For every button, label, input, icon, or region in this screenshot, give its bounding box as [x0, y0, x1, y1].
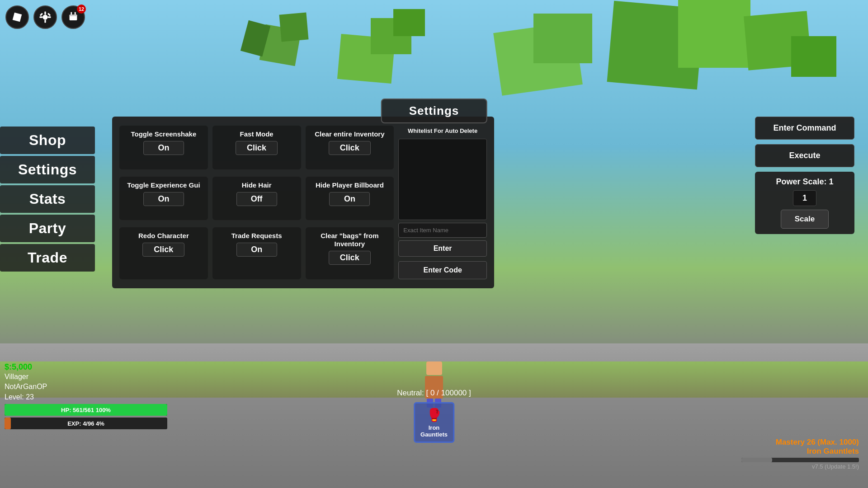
setting-clear-bags: Clear "bags" from Inventory Click — [306, 227, 394, 279]
scale-button[interactable]: Scale — [781, 210, 829, 229]
settings-title: Settings — [381, 99, 487, 123]
setting-label-screenshake: Toggle Screenshake — [131, 130, 196, 138]
whitelist-title: Whitelist For Auto Delete — [398, 126, 487, 136]
setting-value-expgui[interactable]: On — [143, 192, 184, 206]
setting-fast-mode: Fast Mode Click — [212, 126, 301, 169]
sidebar-item-trade[interactable]: Trade — [0, 244, 95, 272]
player-level: Level: 23 — [5, 392, 167, 402]
enter-code-button[interactable]: Enter Code — [398, 261, 487, 279]
exp-bar-fill — [5, 418, 11, 429]
setting-label-fastmode: Fast Mode — [240, 130, 274, 138]
mastery-bar-fill — [741, 458, 772, 462]
setting-label-clearbags: Clear "bags" from Inventory — [309, 232, 391, 248]
neutral-text: Neutral: [ 0 / 100000 ] — [397, 389, 471, 398]
hp-bar-background: HP: 561/561 100% — [5, 404, 167, 416]
setting-label-clearinv: Clear entire Inventory — [315, 130, 384, 138]
svg-point-1 — [42, 14, 47, 19]
exp-bar-background: EXP: 4/96 4% — [5, 418, 167, 429]
setting-value-clearbags[interactable]: Click — [329, 251, 371, 265]
tree-block — [791, 36, 836, 77]
setting-value-clearinv[interactable]: Click — [329, 141, 371, 155]
svg-rect-2 — [44, 11, 46, 14]
enter-command-button[interactable]: Enter Command — [755, 117, 854, 140]
sidebar-item-settings[interactable]: Settings — [0, 156, 95, 183]
exp-bar-label: EXP: 4/96 4% — [67, 420, 104, 427]
roblox-logo-icon — [11, 11, 24, 23]
player-name: NotArGanOP — [5, 382, 167, 392]
sidebar-nav: Shop Settings Stats Party Trade — [0, 127, 95, 272]
svg-rect-7 — [47, 13, 51, 16]
setting-clear-inventory: Clear entire Inventory Click — [306, 126, 394, 169]
sidebar-item-party[interactable]: Party — [0, 215, 95, 242]
tree-block — [393, 9, 425, 36]
svg-rect-3 — [44, 20, 46, 23]
character-head — [426, 361, 442, 375]
power-scale-label: Power Scale: 1 — [776, 177, 833, 187]
svg-rect-6 — [40, 13, 43, 16]
notifications-button[interactable]: 12 — [61, 5, 85, 29]
setting-toggle-screenshake: Toggle Screenshake On — [119, 126, 208, 169]
setting-value-redochar[interactable]: Click — [142, 243, 184, 257]
player-money: $:5,000 — [5, 362, 167, 372]
hp-bar-container: HP: 561/561 100% — [5, 404, 167, 416]
setting-value-hidehair[interactable]: Off — [236, 192, 277, 206]
setting-redo-character: Redo Character Click — [119, 227, 208, 279]
player-info-panel: $:5,000 Villager NotArGanOP Level: 23 HP… — [5, 362, 167, 429]
exp-bar-container: EXP: 4/96 4% — [5, 418, 167, 429]
execute-button[interactable]: Execute — [755, 144, 854, 167]
mastery-text: Mastery 26 (Max. 1000) — [741, 438, 859, 447]
whitelist-area[interactable] — [398, 139, 487, 220]
notification-badge: 12 — [77, 5, 86, 14]
mastery-item-name: Iron Gauntlets — [741, 447, 859, 456]
setting-label-redochar: Redo Character — [138, 232, 189, 240]
setting-hide-hair: Hide Hair Off — [212, 177, 301, 221]
whitelist-section: Whitelist For Auto Delete Enter Enter Co… — [398, 126, 487, 279]
item-icon: 🥊 — [426, 408, 442, 422]
svg-rect-4 — [39, 16, 42, 18]
sidebar-item-stats[interactable]: Stats — [0, 185, 95, 213]
settings-icon-button[interactable] — [33, 5, 57, 29]
setting-hide-billboard: Hide Player Billboard On — [306, 177, 394, 221]
sidebar-item-shop[interactable]: Shop — [0, 127, 95, 154]
tree-block — [678, 0, 750, 68]
notifications-icon — [67, 11, 80, 23]
svg-rect-0 — [13, 13, 22, 22]
enter-button[interactable]: Enter — [398, 240, 487, 257]
setting-value-hidebillboard[interactable]: On — [329, 192, 370, 206]
settings-wheel-icon — [39, 11, 52, 23]
roblox-logo-button[interactable] — [5, 5, 29, 29]
power-scale-section: Power Scale: 1 1 Scale — [755, 172, 854, 234]
setting-label-hidebillboard: Hide Player Billboard — [316, 181, 384, 189]
version-text: v7.5 (Update 1.5!) — [741, 463, 859, 470]
setting-value-fastmode[interactable]: Click — [236, 141, 278, 155]
tree-block — [279, 12, 308, 42]
item-slot[interactable]: 🥊 Iron Gauntlets — [414, 402, 454, 443]
setting-label-expgui: Toggle Experience Gui — [127, 181, 200, 189]
svg-rect-11 — [75, 12, 76, 15]
tree-block — [533, 14, 592, 63]
player-role: Villager — [5, 372, 167, 382]
item-slot-label: Iron Gauntlets — [415, 424, 453, 438]
roblox-icons-bar: 12 — [5, 5, 85, 29]
setting-label-tradereq: Trade Requests — [231, 232, 282, 240]
setting-value-tradereq[interactable]: On — [236, 243, 277, 257]
power-scale-value[interactable]: 1 — [793, 190, 816, 206]
hp-bar-label: HP: 561/561 100% — [61, 407, 111, 413]
svg-rect-9 — [70, 14, 77, 16]
settings-panel: Toggle Screenshake On Fast Mode Click Cl… — [112, 117, 494, 288]
svg-rect-10 — [71, 12, 72, 15]
bottom-center-panel: Neutral: [ 0 / 100000 ] 🥊 Iron Gauntlets — [397, 389, 471, 443]
setting-label-hidehair: Hide Hair — [242, 181, 272, 189]
exact-item-input[interactable] — [398, 223, 487, 238]
svg-rect-5 — [48, 16, 51, 18]
right-panel: Enter Command Execute Power Scale: 1 1 S… — [755, 117, 854, 234]
mastery-info-panel: Mastery 26 (Max. 1000) Iron Gauntlets v7… — [741, 438, 859, 470]
setting-exp-gui: Toggle Experience Gui On — [119, 177, 208, 221]
setting-value-screenshake[interactable]: On — [143, 141, 184, 155]
setting-trade-requests: Trade Requests On — [212, 227, 301, 279]
mastery-bar-background — [741, 458, 859, 462]
